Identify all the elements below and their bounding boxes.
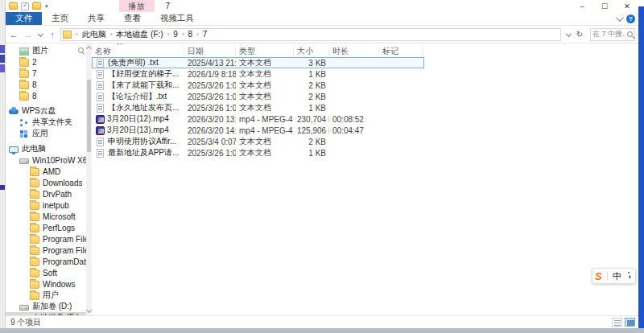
column-header-5[interactable]: 标记 xyxy=(379,46,423,56)
forward-button[interactable]: → xyxy=(22,30,35,39)
contextual-group-label: 播放 xyxy=(119,0,155,12)
ime-language-mode[interactable]: 中 xyxy=(613,270,621,282)
breadcrumb-separator-icon[interactable]: › xyxy=(72,31,81,38)
sidebar-item[interactable]: Soft xyxy=(6,267,86,278)
ribbon-tab[interactable]: 查看 xyxy=(114,12,151,25)
file-row[interactable]: 【好用便宜的梯子... 2026/1/9 8:18 文本文档 1 KB xyxy=(92,68,424,80)
close-button[interactable]: ✕ xyxy=(616,0,638,12)
sidebar-item[interactable]: DrvPath xyxy=(6,188,86,199)
details-view-button[interactable] xyxy=(612,318,622,327)
file-row[interactable]: 申明使用协议Affir... 2025/3/4 0:07 文本文档 2 KB xyxy=(92,136,424,147)
sidebar-item-icon xyxy=(30,258,39,266)
background-window-right-sliver xyxy=(638,6,644,333)
breadcrumb-item[interactable]: 本地磁盘 (F:) xyxy=(115,29,163,40)
sidebar-item[interactable]: 应用 xyxy=(6,128,86,139)
background-window-left-sliver xyxy=(0,0,5,333)
sidebar-item-icon xyxy=(30,292,39,300)
breadcrumb-item[interactable]: 8 xyxy=(188,30,194,39)
up-button[interactable]: ↑ xyxy=(46,30,59,39)
properties-icon[interactable] xyxy=(21,2,29,10)
column-header-4[interactable]: 时长 xyxy=(329,46,379,56)
sidebar-item[interactable]: Program Files xyxy=(6,233,86,245)
app-folder-icon xyxy=(9,2,18,10)
column-headers: 名称日期类型大小时长标记 xyxy=(92,45,638,57)
sidebar-item[interactable]: 此电脑 xyxy=(6,143,86,154)
customize-qat-caret-icon[interactable]: ▾ xyxy=(45,3,48,10)
file-row[interactable]: (免责声明) .txt 2025/4/13 21:47 文本文档 3 KB xyxy=(92,57,424,68)
sidebar-item-icon xyxy=(19,92,29,101)
breadcrumb-item[interactable]: 此电脑 xyxy=(81,29,107,40)
maximize-button[interactable]: ☐ xyxy=(593,0,616,12)
ribbon-tab[interactable]: 共享 xyxy=(78,12,114,25)
sidebar-scrollbar[interactable] xyxy=(86,43,92,315)
file-list-pane: 名称日期类型大小时长标记 (免责声明) .txt 2025/4/13 21:47… xyxy=(92,43,638,315)
file-row[interactable]: 最新地址及APP请... 2025/3/26 1:08 文本文档 1 KB xyxy=(92,147,424,158)
large-icons-view-button[interactable] xyxy=(625,318,635,327)
sidebar-item-icon xyxy=(19,70,29,78)
sidebar-item[interactable]: Downloads xyxy=(6,177,86,188)
sidebar-item-icon xyxy=(19,118,29,127)
scrollbar-thumb[interactable] xyxy=(87,80,91,152)
sidebar-item[interactable]: Program Files (x8 xyxy=(6,245,86,256)
scroll-up-icon[interactable] xyxy=(86,46,92,51)
sidebar-item[interactable]: 8 xyxy=(6,79,86,90)
help-icon[interactable]: ? xyxy=(626,14,635,23)
file-row[interactable]: 【永久地址发布页... 2025/3/26 1:08 文本文档 1 KB xyxy=(92,102,424,113)
sidebar-item-icon xyxy=(19,158,29,164)
sidebar-item[interactable]: inetpub xyxy=(6,199,86,211)
sidebar-item[interactable]: 共享文件夹 xyxy=(6,117,86,128)
sidebar-item-icon xyxy=(19,130,29,138)
column-header-3[interactable]: 大小 xyxy=(294,46,329,56)
expand-ribbon-chevron-icon[interactable] xyxy=(616,14,624,22)
minimize-button[interactable]: – xyxy=(571,0,593,12)
pin-icon xyxy=(78,47,85,54)
sidebar-item[interactable]: PerfLogs xyxy=(6,222,86,233)
scroll-down-icon[interactable] xyxy=(86,307,92,313)
back-button[interactable]: ← xyxy=(7,30,20,39)
file-row[interactable]: 3月20日(12).mp4 2026/3/20 13:22 mp4 - MPEG… xyxy=(92,113,424,125)
sidebar-item[interactable]: 7 xyxy=(6,68,86,79)
ribbon-tab[interactable]: 主页 xyxy=(42,12,78,25)
refresh-icon[interactable]: ↻ xyxy=(574,30,585,39)
breadcrumb-separator-icon[interactable]: › xyxy=(107,31,116,38)
sidebar-item[interactable]: Windows xyxy=(6,278,86,290)
sidebar-item[interactable]: 图片 xyxy=(6,45,86,56)
sogou-icon[interactable]: S xyxy=(595,270,602,282)
sidebar-item[interactable]: 2 xyxy=(6,56,86,68)
sidebar-item[interactable]: AMD xyxy=(6,166,86,177)
ime-tools-icon[interactable] xyxy=(626,272,633,280)
sidebar-item[interactable]: 新加卷 (D:) xyxy=(6,301,86,312)
sidebar-item-icon xyxy=(19,59,29,67)
file-row[interactable]: 3月20日(13).mp4 2026/3/20 14:17 mp4 - MPEG… xyxy=(92,125,424,136)
file-type-icon xyxy=(97,104,104,113)
sidebar-item[interactable]: Microsoft xyxy=(6,211,86,222)
ribbon-tab[interactable]: 文件 xyxy=(6,12,42,25)
sidebar-item-icon xyxy=(30,247,39,255)
ribbon-tabs: 文件 主页 共享 查看 视频工具 ? xyxy=(6,12,638,26)
breadcrumb-item[interactable]: 7 xyxy=(202,30,208,39)
desktop-screen: ▾ 播放 7 – ☐ ✕ 文件 主页 共享 查看 视频工具 xyxy=(0,0,644,333)
file-row[interactable]: 【来了就能下载和... 2025/3/26 1:07 文本文档 2 KB xyxy=(92,80,424,91)
new-folder-icon[interactable] xyxy=(32,2,41,10)
sidebar-item-icon xyxy=(30,281,39,289)
sidebar-item[interactable]: WPS云盘 xyxy=(6,105,86,117)
column-header-0[interactable]: 名称 xyxy=(92,46,184,56)
location-folder-icon xyxy=(63,31,72,39)
column-header-1[interactable]: 日期 xyxy=(184,46,236,56)
recent-locations-chevron-icon[interactable] xyxy=(36,32,44,36)
file-row[interactable]: 【论坛介绍】.txt 2025/3/26 1:08 文本文档 2 KB xyxy=(92,91,424,102)
sidebar-item[interactable]: 8 xyxy=(6,90,86,101)
breadcrumb-separator-icon[interactable]: › xyxy=(179,31,188,38)
breadcrumb-separator-icon[interactable]: › xyxy=(164,31,173,38)
search-input[interactable]: 在 7 中搜... xyxy=(590,28,635,41)
file-type-icon xyxy=(97,81,104,90)
column-header-2[interactable]: 类型 xyxy=(236,46,294,56)
sidebar-item[interactable]: Win10ProW X64 (C xyxy=(6,154,86,166)
breadcrumb-item[interactable]: 9 xyxy=(172,30,179,39)
breadcrumb-separator-icon[interactable]: › xyxy=(193,31,202,38)
address-bar: ← → ↑ ›此电脑›本地磁盘 (F:)›9›8›7 ↻ 在 7 中搜... xyxy=(6,26,638,43)
sidebar-item[interactable]: ProgramData xyxy=(6,256,86,267)
address-dropdown-chevron-icon[interactable] xyxy=(564,32,572,36)
sidebar-item[interactable]: 用户 xyxy=(6,290,86,301)
ribbon-tab[interactable]: 视频工具 xyxy=(151,12,204,25)
